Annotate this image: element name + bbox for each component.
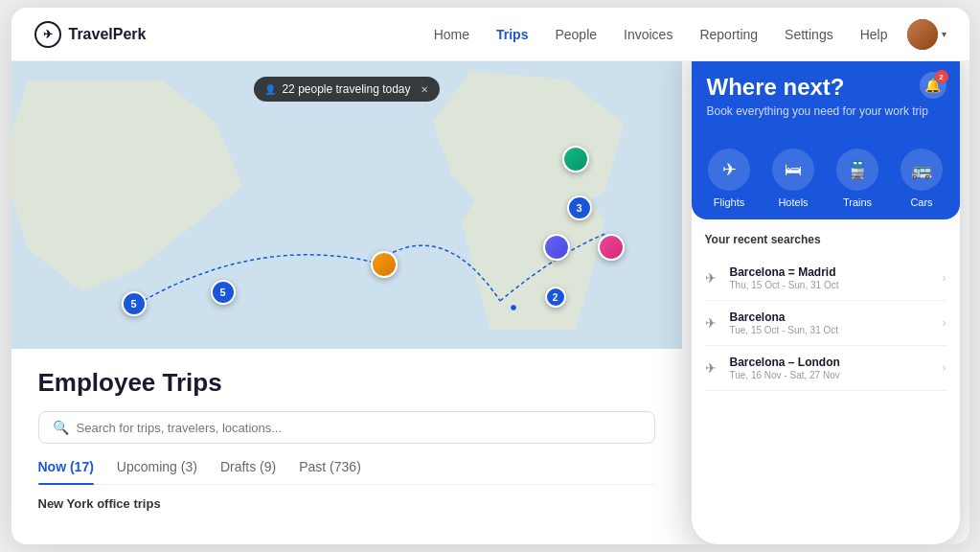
search-item-2-route: Barcelona [730, 310, 933, 324]
nav-reporting[interactable]: Reporting [699, 27, 758, 42]
search-item-3[interactable]: ✈ Barcelona – London Tue, 16 Nov - Sat, … [705, 346, 946, 391]
mobile-hero-subtitle: Book everything you need for your work t… [707, 104, 945, 118]
trains-label: Trains [843, 196, 872, 208]
transport-trains[interactable]: 🚆 Trains [830, 149, 886, 208]
search-item-1-icon: ✈ [705, 270, 720, 286]
cars-label: Cars [910, 196, 932, 208]
search-item-2[interactable]: ✈ Barcelona Tue, 15 Oct - Sun, 31 Oct › [705, 301, 946, 346]
map-avatar-3[interactable] [598, 234, 625, 261]
map-area: 👤 22 people traveling today ✕ 5 5 3 2 [11, 61, 682, 349]
avatar-chevron-icon: ▾ [942, 29, 946, 39]
trips-subtitle: New York office trips [38, 496, 655, 511]
hotels-icon: 🛏 [772, 149, 814, 191]
search-item-3-route: Barcelona – London [730, 356, 933, 369]
logo-text: TravelPerk [69, 26, 147, 43]
mobile-body: Your recent searches ✈ Barcelona = Madri… [692, 219, 960, 544]
notification-button[interactable]: 🔔 2 [920, 72, 946, 99]
search-item-1-info: Barcelona = Madrid Thu, 15 Oct - Sun, 31… [730, 265, 933, 290]
transport-hotels[interactable]: 🛏 Hotels [765, 149, 822, 208]
tab-past[interactable]: Past (736) [299, 459, 361, 484]
nav-settings[interactable]: Settings [785, 27, 833, 42]
logo[interactable]: ✈ TravelPerk [34, 21, 147, 48]
transport-grid: ✈ Flights 🛏 Hotels 🚆 Trains 🚌 Cars [692, 137, 960, 219]
search-box[interactable]: 🔍 [38, 411, 655, 444]
flights-label: Flights [714, 196, 744, 208]
search-item-2-icon: ✈ [705, 315, 720, 331]
map-avatar-norway[interactable] [562, 146, 589, 172]
map-small-dot-1 [510, 304, 517, 311]
map-cluster-3-europe[interactable]: 3 [567, 196, 592, 220]
trains-icon: 🚆 [836, 149, 878, 191]
nav-help[interactable]: Help [860, 27, 888, 42]
flights-icon: ✈ [708, 149, 750, 191]
avatar-image [907, 19, 938, 50]
mobile-hero: Where next? Book everything you need for… [692, 58, 960, 137]
tabs: Now (17) Upcoming (3) Drafts (9) Past (7… [38, 459, 655, 485]
map-cluster-2-med[interactable]: 2 [545, 287, 566, 308]
cars-icon: 🚌 [900, 149, 943, 191]
mobile-hero-title: Where next? [707, 74, 945, 101]
search-item-1[interactable]: ✈ Barcelona = Madrid Thu, 15 Oct - Sun, … [705, 256, 946, 301]
search-item-1-route: Barcelona = Madrid [730, 265, 933, 279]
logo-icon: ✈ [34, 21, 61, 48]
banner-close-icon[interactable]: ✕ [421, 84, 428, 95]
nav-invoices[interactable]: Invoices [624, 27, 672, 42]
page-title: Employee Trips [38, 368, 655, 398]
avatar-1-img [373, 253, 396, 276]
search-item-3-arrow-icon: › [943, 361, 946, 375]
tab-upcoming[interactable]: Upcoming (3) [117, 459, 197, 484]
avatar-2-img [545, 236, 568, 259]
banner-text: 22 people traveling today [282, 82, 410, 96]
map-cluster-5-west[interactable]: 5 [122, 291, 147, 316]
search-item-3-info: Barcelona – London Tue, 16 Nov - Sat, 27… [730, 356, 933, 380]
nav-links: Home Trips People Invoices Reporting Set… [434, 27, 888, 42]
nav-trips[interactable]: Trips [496, 27, 528, 42]
search-input[interactable] [77, 421, 641, 435]
avatar-norway-img [564, 148, 587, 171]
map-avatar-1[interactable] [371, 251, 398, 278]
search-item-2-info: Barcelona Tue, 15 Oct - Sun, 31 Oct [730, 310, 933, 335]
map-cluster-5-central[interactable]: 5 [211, 280, 236, 305]
tab-now[interactable]: Now (17) [38, 459, 94, 484]
map-avatar-2[interactable] [543, 234, 570, 261]
search-item-2-date: Tue, 15 Oct - Sun, 31 Oct [730, 325, 933, 335]
transport-cars[interactable]: 🚌 Cars [894, 149, 950, 208]
search-item-3-icon: ✈ [705, 360, 720, 376]
main-content: Employee Trips 🔍 Now (17) Upcoming (3) D… [11, 349, 682, 544]
transport-flights[interactable]: ✈ Flights [701, 149, 758, 208]
search-item-2-arrow-icon: › [943, 316, 946, 330]
hotels-label: Hotels [778, 196, 808, 208]
nav-people[interactable]: People [555, 27, 597, 42]
recent-searches-title: Your recent searches [705, 233, 946, 246]
search-item-3-date: Tue, 16 Nov - Sat, 27 Nov [730, 370, 933, 380]
notification-count: 2 [935, 70, 948, 83]
mobile-app-panel: 9:41 ▪▪▪ WiFi 🔋 Where next? Book everyth… [692, 36, 960, 544]
nav-home[interactable]: Home [434, 27, 469, 42]
search-item-1-arrow-icon: › [943, 271, 946, 285]
banner-icon: 👤 [264, 84, 276, 95]
navbar: ✈ TravelPerk Home Trips People Invoices … [11, 8, 969, 61]
search-icon: 🔍 [53, 420, 69, 435]
avatar-3-img [600, 236, 623, 259]
avatar[interactable] [907, 19, 938, 50]
search-item-1-date: Thu, 15 Oct - Sun, 31 Oct [730, 280, 933, 290]
tab-drafts[interactable]: Drafts (9) [220, 459, 276, 484]
map-banner[interactable]: 👤 22 people traveling today ✕ [253, 77, 439, 102]
